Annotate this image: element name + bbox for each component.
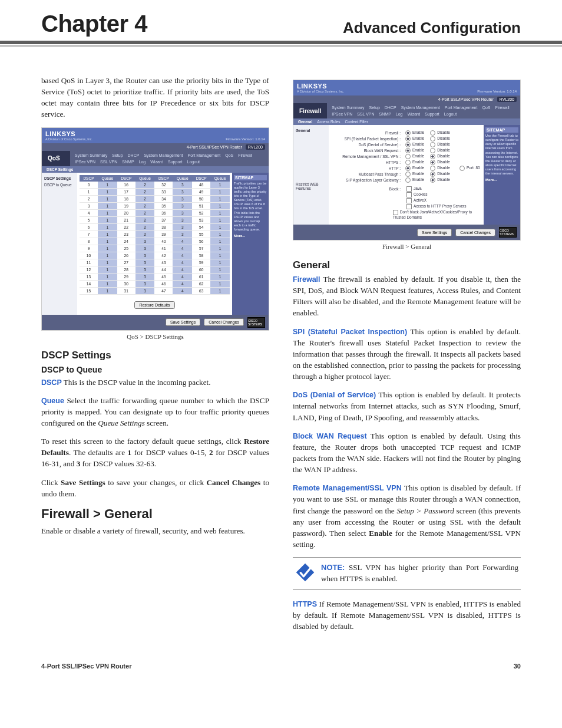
queue-cell[interactable]: 1 [98,245,117,252]
nav-item[interactable]: IPSec VPN [72,159,98,165]
queue-cell[interactable]: 1 [210,182,230,189]
nav-item[interactable]: Log [394,111,405,117]
nav-item[interactable]: Setup [110,152,125,159]
queue-cell[interactable]: 1 [98,195,117,202]
queue-cell[interactable]: 3 [135,280,155,287]
nav-item[interactable]: SNMP [120,159,136,165]
queue-cell[interactable]: 3 [135,238,155,245]
block-checkbox[interactable]: Java [406,186,422,192]
queue-cell[interactable]: 1 [98,216,117,223]
queue-cell[interactable]: 1 [98,209,117,216]
nav-item[interactable]: Support [422,111,442,117]
queue-cell[interactable]: 3 [135,266,155,273]
queue-cell[interactable]: 2 [135,209,155,216]
queue-cell[interactable]: 3 [135,252,155,259]
radio-enable[interactable]: Enable [405,154,424,159]
queue-cell[interactable]: 1 [210,245,230,252]
radio-disable[interactable]: Disable [430,148,450,153]
queue-cell[interactable]: 4 [173,252,192,259]
radio-disable[interactable]: Disable [430,154,450,159]
queue-cell[interactable]: 2 [135,202,155,209]
queue-cell[interactable]: 3 [173,230,192,238]
queue-cell[interactable]: 4 [173,259,192,266]
nav-item[interactable]: SNMP [377,111,394,117]
radio-enable[interactable]: Enable [405,160,424,165]
queue-cell[interactable]: 1 [98,238,117,245]
nav-item[interactable]: SSL VPN [355,111,376,117]
block-checkbox[interactable]: Access to HTTP Proxy Servers [406,204,466,209]
subnav-item[interactable]: Access Rules [317,120,340,124]
queue-cell[interactable]: 1 [98,252,117,259]
queue-cell[interactable]: 1 [98,280,117,287]
nav-item[interactable]: Logout [442,111,459,117]
nav-item[interactable]: DHCP [382,104,399,111]
queue-cell[interactable]: 1 [98,287,117,294]
radio-enable[interactable]: Enable [405,130,424,136]
radio-enable[interactable]: Enable [405,166,424,171]
queue-cell[interactable]: 1 [210,259,230,266]
cancel-changes-button[interactable]: Cancel Changes [455,229,495,236]
sidebar-item[interactable]: DSCP to Queue [43,182,76,188]
queue-cell[interactable]: 1 [98,266,117,273]
queue-cell[interactable]: 3 [173,182,192,189]
sidebar-item[interactable]: DSCP Settings [43,175,76,182]
queue-cell[interactable]: 1 [98,182,117,189]
queue-cell[interactable]: 1 [98,273,117,280]
sitemap-more[interactable]: More... [485,178,518,182]
queue-cell[interactable]: 4 [173,273,192,280]
radio-enable[interactable]: Enable [405,148,424,153]
nav-item[interactable]: Support [166,159,185,165]
queue-cell[interactable]: 3 [173,223,192,230]
queue-cell[interactable]: 4 [173,287,192,294]
nav-item[interactable]: System Management [399,104,442,111]
queue-cell[interactable]: 1 [210,266,230,273]
nav-item[interactable]: Setup [366,104,382,111]
radio-disable[interactable]: Disable [430,172,450,177]
queue-cell[interactable]: 3 [173,202,192,209]
nav-item[interactable]: Logout [185,159,202,165]
radio-enable[interactable]: Enable [405,177,424,183]
queue-cell[interactable]: 2 [135,188,155,195]
nav-item[interactable]: Port Management [442,104,480,111]
port-field[interactable]: Port: 80 [459,166,480,171]
nav-item[interactable]: QoS [223,152,236,159]
queue-cell[interactable]: 2 [135,195,155,202]
queue-cell[interactable]: 3 [135,287,155,294]
queue-cell[interactable]: 1 [210,238,230,245]
queue-cell[interactable]: 4 [173,266,192,273]
cancel-changes-button[interactable]: Cancel Changes [204,318,244,326]
nav-item[interactable]: Wizard [148,159,166,165]
queue-cell[interactable]: 1 [98,188,117,195]
queue-cell[interactable]: 3 [173,209,192,216]
queue-cell[interactable]: 1 [210,230,230,238]
subnav-item[interactable]: Content Filter [345,120,368,124]
radio-disable[interactable]: Disable [430,130,450,136]
queue-cell[interactable]: 2 [135,223,155,230]
nav-item[interactable]: Port Management [186,152,223,159]
radio-disable[interactable]: Disable [430,166,450,171]
radio-disable[interactable]: Disable [430,177,450,183]
queue-cell[interactable]: 1 [210,273,230,280]
radio-enable[interactable]: Enable [405,136,424,141]
queue-cell[interactable]: 3 [135,259,155,266]
restore-defaults-button[interactable]: Restore Defaults [134,301,174,309]
queue-cell[interactable]: 1 [210,202,230,209]
dont-block-checkbox[interactable]: Don't block Java/ActiveX/Cookies/Proxy t… [393,210,480,219]
sidebar-item[interactable]: Restrict WEB Features [295,181,328,192]
queue-cell[interactable]: 1 [98,223,117,230]
queue-cell[interactable]: 1 [98,230,117,238]
nav-item[interactable]: Firewall [236,152,254,159]
queue-cell[interactable]: 3 [173,188,192,195]
queue-cell[interactable]: 4 [173,245,192,252]
queue-cell[interactable]: 1 [210,252,230,259]
nav-item[interactable]: Log [137,159,148,165]
nav-item[interactable]: SSL VPN [98,159,120,165]
radio-disable[interactable]: Disable [430,136,450,141]
queue-cell[interactable]: 1 [98,259,117,266]
queue-cell[interactable]: 4 [173,238,192,245]
queue-cell[interactable]: 2 [135,216,155,223]
nav-item[interactable]: DHCP [125,152,142,159]
block-checkbox[interactable]: Cookies [406,192,427,197]
radio-enable[interactable]: Enable [405,172,424,177]
queue-cell[interactable]: 2 [135,230,155,238]
